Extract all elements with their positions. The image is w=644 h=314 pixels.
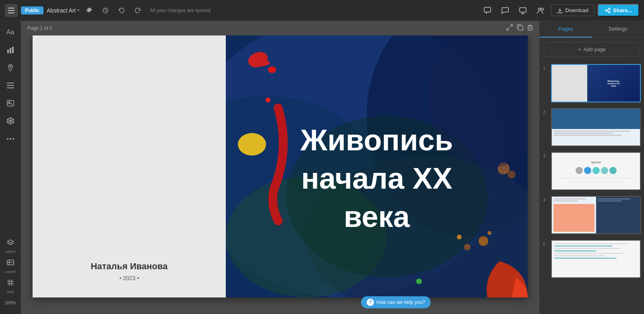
sidebar-more-group bbox=[2, 131, 19, 147]
svg-point-10 bbox=[609, 8, 610, 10]
svg-point-11 bbox=[605, 10, 607, 11]
tab-settings[interactable]: Settings bbox=[592, 21, 644, 37]
sidebar-grid-icon[interactable] bbox=[2, 274, 19, 291]
list-item[interactable]: 1 Живописьначала XXвека bbox=[543, 62, 641, 106]
svg-point-9 bbox=[541, 8, 543, 10]
list-item[interactable]: 3 Agenda bbox=[543, 150, 641, 194]
sidebar-layout-icon[interactable] bbox=[2, 254, 19, 270]
pin-tool-button[interactable] bbox=[83, 4, 96, 17]
page-thumbnail-1[interactable]: Живописьначала XXвека bbox=[551, 64, 641, 102]
canvas-topbar: Page 1 of 5 bbox=[21, 21, 539, 35]
duplicate-icon[interactable] bbox=[517, 24, 523, 32]
doc-title-text: Abstract Art bbox=[47, 7, 76, 14]
svg-rect-14 bbox=[10, 48, 11, 53]
sidebar-font-icon[interactable]: Aa bbox=[2, 24, 19, 40]
list-item[interactable]: 4 bbox=[543, 194, 641, 238]
layers-label: Layers bbox=[5, 250, 16, 254]
svg-point-28 bbox=[12, 138, 14, 139]
svg-rect-2 bbox=[8, 12, 14, 13]
page-info: Page 1 of 5 bbox=[27, 25, 52, 31]
svg-point-58 bbox=[416, 279, 422, 284]
svg-text:века: века bbox=[344, 200, 410, 233]
sidebar-layers-icon[interactable] bbox=[2, 234, 19, 250]
svg-line-37 bbox=[507, 28, 509, 30]
comments-button[interactable] bbox=[480, 3, 495, 18]
download-label: Download bbox=[565, 7, 588, 13]
download-button[interactable]: Download bbox=[551, 4, 594, 16]
chevron-down-icon: ▾ bbox=[77, 8, 80, 13]
expand-icon[interactable] bbox=[506, 24, 513, 32]
topbar: Public Abstract Art ▾ All your changes a… bbox=[0, 0, 644, 21]
page-number: 5 bbox=[543, 240, 548, 246]
svg-point-54 bbox=[479, 236, 488, 246]
page-number: 4 bbox=[543, 196, 548, 202]
svg-point-8 bbox=[538, 8, 541, 10]
share-users-button[interactable] bbox=[533, 3, 548, 18]
present-button[interactable] bbox=[516, 3, 530, 18]
page-thumbnail-5[interactable] bbox=[551, 240, 641, 278]
list-item[interactable]: 2 bbox=[543, 106, 641, 150]
list-item[interactable]: 5 bbox=[543, 238, 641, 282]
svg-rect-19 bbox=[7, 87, 14, 88]
sidebar-image-group bbox=[2, 95, 19, 111]
svg-point-50 bbox=[238, 133, 266, 156]
share-label: Share... bbox=[613, 7, 632, 13]
svg-point-57 bbox=[487, 231, 491, 235]
svg-rect-1 bbox=[8, 10, 14, 11]
canvas-content[interactable]: Наталья Иванова • 2023 • bbox=[21, 35, 539, 314]
chat-button[interactable] bbox=[498, 3, 512, 18]
pages-list: 1 Живописьначала XXвека 2 bbox=[540, 61, 644, 314]
sidebar-layers-group: Layers bbox=[2, 234, 19, 254]
slide-left-panel: Наталья Иванова • 2023 • bbox=[33, 35, 226, 297]
sidebar-component-icon[interactable] bbox=[2, 113, 19, 129]
slide-author: Наталья Иванова bbox=[53, 261, 206, 272]
topbar-left: Public Abstract Art ▾ All your changes a… bbox=[5, 4, 476, 17]
svg-rect-17 bbox=[7, 83, 14, 83]
sidebar-grid-group: Grid bbox=[2, 274, 19, 294]
zoom-text: 100% bbox=[4, 300, 16, 305]
sidebar-component-group bbox=[2, 113, 19, 129]
canvas-toolbar-right bbox=[506, 24, 533, 32]
sidebar-image-icon[interactable] bbox=[2, 95, 19, 111]
sidebar-map-group bbox=[2, 60, 19, 76]
delete-icon[interactable] bbox=[527, 24, 533, 32]
share-button[interactable]: Share... bbox=[598, 4, 639, 17]
svg-point-56 bbox=[457, 235, 462, 239]
page-number: 1 bbox=[543, 64, 548, 71]
right-panel-tabs: Pages Settings bbox=[540, 21, 644, 38]
sidebar-chart-icon[interactable] bbox=[2, 42, 19, 58]
svg-point-52 bbox=[266, 98, 270, 102]
page-thumbnail-3[interactable]: Agenda bbox=[551, 152, 641, 190]
redo-button[interactable] bbox=[131, 4, 144, 17]
sidebar-list-icon[interactable] bbox=[2, 77, 19, 94]
history-tool-button[interactable] bbox=[99, 4, 112, 17]
svg-point-27 bbox=[10, 138, 11, 139]
svg-rect-39 bbox=[528, 26, 532, 30]
visibility-badge[interactable]: Public bbox=[21, 6, 43, 15]
sidebar-layout-group: Layout bbox=[2, 254, 19, 274]
help-button[interactable]: ? How can we help you? bbox=[361, 296, 431, 308]
svg-rect-18 bbox=[7, 85, 14, 86]
page-thumbnail-4[interactable] bbox=[551, 196, 641, 234]
undo-button[interactable] bbox=[115, 4, 128, 17]
svg-rect-0 bbox=[8, 8, 14, 8]
tab-pages[interactable]: Pages bbox=[540, 21, 592, 37]
help-label: How can we help you? bbox=[376, 299, 425, 305]
right-panel: Pages Settings + Add page 1 Живописьнача… bbox=[539, 21, 644, 314]
page-number: 3 bbox=[543, 152, 548, 158]
add-page-button[interactable]: + Add page bbox=[544, 42, 640, 57]
svg-point-55 bbox=[464, 244, 471, 250]
svg-point-51 bbox=[268, 67, 276, 73]
zoom-level[interactable]: 100% bbox=[2, 295, 19, 311]
svg-point-16 bbox=[10, 66, 11, 67]
topbar-right: Download Share... bbox=[480, 3, 639, 18]
menu-button[interactable] bbox=[5, 4, 18, 17]
sidebar-map-icon[interactable] bbox=[2, 60, 19, 76]
slide-container[interactable]: Наталья Иванова • 2023 • bbox=[33, 35, 528, 297]
svg-rect-15 bbox=[12, 47, 14, 53]
page-thumbnail-2[interactable] bbox=[551, 108, 641, 146]
main-area: Aa bbox=[0, 21, 644, 314]
sidebar-more-icon[interactable] bbox=[2, 131, 19, 147]
document-title[interactable]: Abstract Art ▾ bbox=[47, 7, 80, 14]
help-icon: ? bbox=[367, 299, 374, 306]
